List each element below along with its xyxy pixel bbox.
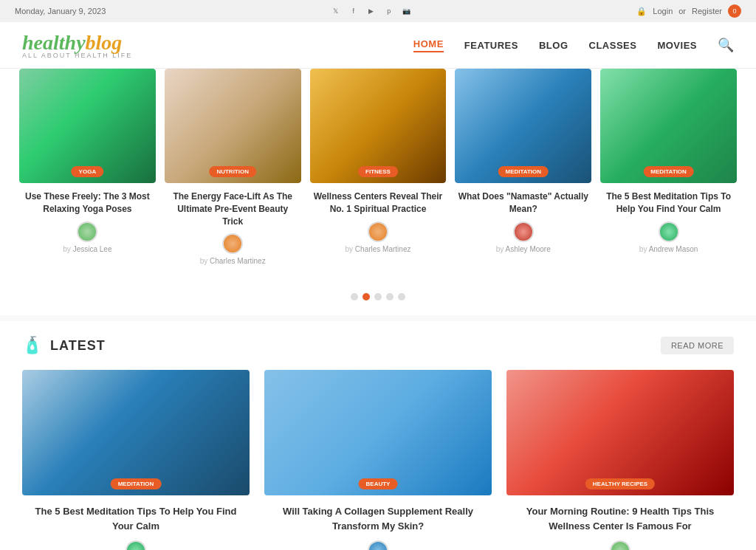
latest-author-2: by Jessica Lee June 6, 2017 xyxy=(509,540,731,550)
latest-card-2[interactable]: HEALTHY RECIPES Your Morning Routine: 9 … xyxy=(506,370,734,550)
card-body-2: Wellness Centers Reveal Their No. 1 Spir… xyxy=(310,183,447,258)
social-icons: 𝕏 f ▶ p 📷 xyxy=(330,5,413,17)
category-badge-1: NUTRITION xyxy=(209,166,256,177)
pagination-dots xyxy=(0,284,756,315)
twitter-icon[interactable]: 𝕏 xyxy=(330,5,342,17)
pagination-dot-2[interactable] xyxy=(374,293,382,300)
category-badge-0: YOGA xyxy=(72,166,104,177)
search-icon[interactable]: 🔍 xyxy=(718,37,734,53)
latest-card-0[interactable]: MEDITATION The 5 Best Meditation Tips To… xyxy=(22,370,250,550)
card-author-3: by Ashley Moore xyxy=(458,221,588,253)
instagram-icon[interactable]: 📷 xyxy=(401,5,413,17)
author-avatar-4 xyxy=(659,221,679,242)
card-author-0: by Jessica Lee xyxy=(22,221,153,253)
section-title: 🧴 LATEST xyxy=(22,336,106,355)
card-body-3: What Does "Namaste" Actually Mean? by As… xyxy=(455,183,591,258)
latest-card-body-0: The 5 Best Meditation Tips To Help You F… xyxy=(22,495,250,550)
pagination-dot-3[interactable] xyxy=(386,293,394,300)
top-bar: Monday, January 9, 2023 𝕏 f ▶ p 📷 🔒 Logi… xyxy=(0,0,756,22)
by-text-0: by Jessica Lee xyxy=(63,245,111,253)
card-body-4: The 5 Best Meditation Tips To Help You F… xyxy=(600,183,737,258)
lock-icon: 🔒 xyxy=(636,7,647,16)
card-image-2: FITNESS xyxy=(310,69,447,183)
latest-category-badge-1: BEAUTY xyxy=(359,478,398,489)
latest-avatar-1 xyxy=(368,540,388,550)
category-badge-2: FITNESS xyxy=(358,166,398,177)
card-image-1: NUTRITION xyxy=(165,69,301,183)
card-image-3: MEDITATION xyxy=(455,69,591,183)
cart-icon[interactable]: 0 xyxy=(728,4,741,18)
pagination-dot-4[interactable] xyxy=(398,293,405,300)
author-avatar-2 xyxy=(368,221,388,242)
facebook-icon[interactable]: f xyxy=(348,5,360,17)
nav-home[interactable]: HOME xyxy=(413,38,444,52)
by-text-2: by Charles Martinez xyxy=(346,245,411,253)
latest-avatar-0 xyxy=(126,540,146,550)
slider-card-4[interactable]: MEDITATION The 5 Best Meditation Tips To… xyxy=(596,69,741,269)
card-title-1: The Energy Face-Lift As The Ultimate Pre… xyxy=(168,190,298,227)
card-author-4: by Andrew Mason xyxy=(603,221,734,253)
latest-title: LATEST xyxy=(50,338,106,354)
nav-blog[interactable]: BLOG xyxy=(539,40,568,51)
bottle-icon: 🧴 xyxy=(22,336,43,355)
pagination-dot-0[interactable] xyxy=(351,293,358,300)
slider-card-3[interactable]: MEDITATION What Does "Namaste" Actually … xyxy=(450,69,596,269)
register-link[interactable]: Register xyxy=(692,7,722,16)
logo[interactable]: healthyblog ALL ABOUT HEALTH LIFE xyxy=(22,31,132,59)
slider-card-2[interactable]: FITNESS Wellness Centers Reveal Their No… xyxy=(306,69,451,269)
header: healthyblog ALL ABOUT HEALTH LIFE HOME F… xyxy=(0,22,756,69)
latest-card-title-0: The 5 Best Meditation Tips To Help You F… xyxy=(25,504,247,533)
or-text: or xyxy=(678,7,686,16)
latest-category-badge-0: MEDITATION xyxy=(111,478,162,489)
latest-card-title-2: Your Morning Routine: 9 Health Tips This… xyxy=(509,504,731,533)
main-nav: HOME FEATURES BLOG CLASSES MOVIES 🔍 xyxy=(413,37,734,53)
latest-card-image-1: BEAUTY xyxy=(264,370,492,495)
logo-blog: blog xyxy=(86,31,123,54)
pagination-dot-1[interactable] xyxy=(362,293,370,300)
latest-cards: MEDITATION The 5 Best Meditation Tips To… xyxy=(22,370,734,550)
card-title-2: Wellness Centers Reveal Their No. 1 Spir… xyxy=(313,190,444,216)
slider-card-1[interactable]: NUTRITION The Energy Face-Lift As The Ul… xyxy=(160,69,306,269)
author-avatar-3 xyxy=(513,221,534,242)
slider-section: YOGA Use These Freely: The 3 Most Relaxi… xyxy=(0,69,756,284)
login-link[interactable]: Login xyxy=(653,7,673,16)
card-image-4: MEDITATION xyxy=(600,69,737,183)
author-avatar-1 xyxy=(222,233,243,254)
author-avatar-0 xyxy=(77,221,97,242)
latest-card-title-1: Will Taking A Collagen Supplement Really… xyxy=(267,504,489,533)
card-image-0: YOGA xyxy=(19,69,156,183)
section-header: 🧴 LATEST READ MORE xyxy=(22,336,734,355)
latest-card-body-1: Will Taking A Collagen Supplement Really… xyxy=(264,495,492,550)
latest-section: 🧴 LATEST READ MORE MEDITATION The 5 Best… xyxy=(0,321,756,550)
by-text-3: by Ashley Moore xyxy=(496,245,551,253)
card-body-0: Use These Freely: The 3 Most Relaxing Yo… xyxy=(19,183,156,258)
by-text-4: by Andrew Mason xyxy=(639,245,698,253)
card-title-4: The 5 Best Meditation Tips To Help You F… xyxy=(603,190,734,216)
latest-card-image-0: MEDITATION xyxy=(22,370,250,495)
category-badge-4: MEDITATION xyxy=(643,166,694,177)
latest-author-1: by Simon Walters June 7, 2017 xyxy=(267,540,489,550)
nav-classes[interactable]: CLASSES xyxy=(589,40,637,51)
logo-sub: ALL ABOUT HEALTH LIFE xyxy=(22,52,132,59)
latest-avatar-2 xyxy=(610,540,630,550)
card-body-1: The Energy Face-Lift As The Ultimate Pre… xyxy=(165,183,301,269)
slider-card-0[interactable]: YOGA Use These Freely: The 3 Most Relaxi… xyxy=(15,69,160,269)
latest-card-body-2: Your Morning Routine: 9 Health Tips This… xyxy=(506,495,734,550)
pinterest-icon[interactable]: p xyxy=(383,5,395,17)
latest-category-badge-2: HEALTHY RECIPES xyxy=(585,478,655,489)
top-bar-date: Monday, January 9, 2023 xyxy=(15,7,106,16)
category-badge-3: MEDITATION xyxy=(498,166,549,177)
nav-movies[interactable]: MOVIES xyxy=(657,40,697,51)
youtube-icon[interactable]: ▶ xyxy=(365,5,377,17)
latest-author-0: by Andrew Mason June 8, 2017 xyxy=(25,540,247,550)
latest-card-1[interactable]: BEAUTY Will Taking A Collagen Supplement… xyxy=(264,370,492,550)
read-more-button[interactable]: READ MORE xyxy=(661,337,734,354)
slider-cards: YOGA Use These Freely: The 3 Most Relaxi… xyxy=(15,69,741,269)
latest-card-image-2: HEALTHY RECIPES xyxy=(506,370,734,495)
by-text-1: by Charles Martinez xyxy=(200,257,266,265)
nav-features[interactable]: FEATURES xyxy=(464,40,518,51)
logo-healthy: healthy xyxy=(22,31,86,54)
card-author-1: by Charles Martinez xyxy=(168,233,298,265)
top-bar-right: 🔒 Login or Register 0 xyxy=(636,4,741,18)
card-title-0: Use These Freely: The 3 Most Relaxing Yo… xyxy=(22,190,153,216)
